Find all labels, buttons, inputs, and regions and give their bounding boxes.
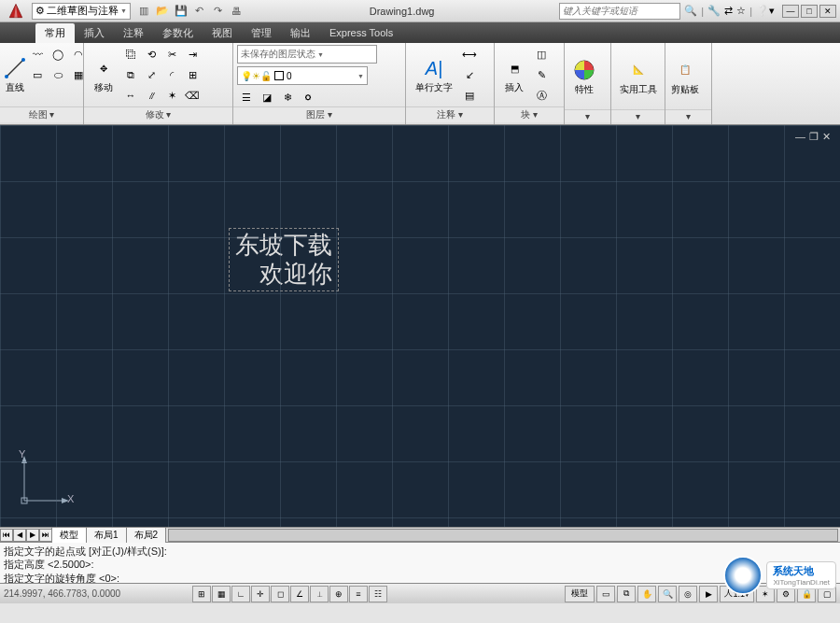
polyline-icon[interactable]: 〰 xyxy=(28,45,47,64)
minimize-button[interactable]: — xyxy=(782,5,799,18)
undo-icon[interactable]: ↶ xyxy=(192,4,207,19)
line-button[interactable]: 直线 xyxy=(4,45,26,106)
array-icon[interactable]: ⊞ xyxy=(183,65,202,84)
tab-parametric[interactable]: 参数化 xyxy=(153,23,203,43)
dyn-toggle[interactable]: ⊕ xyxy=(329,586,348,602)
tab-output[interactable]: 输出 xyxy=(281,23,320,43)
steering-wheel-icon[interactable]: ◎ xyxy=(679,586,697,602)
erase-icon[interactable]: ⌫ xyxy=(183,86,202,105)
create-block-icon[interactable]: ◫ xyxy=(532,45,551,64)
panel-prop-title[interactable]: ▾ xyxy=(565,109,610,122)
dimension-icon[interactable]: ⟷ xyxy=(460,45,479,64)
tab-annotate[interactable]: 注释 xyxy=(114,23,153,43)
move-button[interactable]: ✥ 移动 xyxy=(88,45,119,106)
panel-util-title[interactable]: ▾ xyxy=(611,109,665,122)
layout2-tab[interactable]: 布局2 xyxy=(126,527,167,543)
layer-off-icon[interactable]: ⭘ xyxy=(299,88,317,106)
panel-clip-title[interactable]: ▾ xyxy=(665,109,711,122)
tab-home[interactable]: 常用 xyxy=(35,23,75,43)
ellipse-icon[interactable]: ⬭ xyxy=(49,65,67,84)
workspace-switch-icon[interactable]: ⚙ xyxy=(777,586,795,602)
tab-insert[interactable]: 插入 xyxy=(75,23,114,43)
doc-close-button[interactable]: ✕ xyxy=(822,131,831,143)
scale-icon[interactable]: ⤢ xyxy=(142,65,161,84)
polar-toggle[interactable]: ✛ xyxy=(251,586,270,602)
drawing-canvas[interactable]: — ❐ ✕ 东坡下载 欢迎你 Y X xyxy=(0,125,840,527)
utilities-button[interactable]: 📐 实用工具 xyxy=(615,45,661,109)
print-icon[interactable]: 🖶 xyxy=(230,4,245,19)
layer-freeze-icon[interactable]: ❄ xyxy=(278,88,297,106)
horizontal-scrollbar[interactable] xyxy=(168,529,838,542)
grid-toggle[interactable]: ▦ xyxy=(212,586,231,602)
star-icon[interactable]: ☆ xyxy=(736,5,746,17)
osnap-toggle[interactable]: ◻ xyxy=(271,586,289,602)
mirror-icon[interactable]: ⧉ xyxy=(121,65,140,84)
zoom-icon[interactable]: 🔍 xyxy=(658,586,677,602)
coordinates-readout[interactable]: 214.9997, 466.7783, 0.0000 xyxy=(4,588,190,599)
panel-layer-title[interactable]: 图层 ▾ xyxy=(233,106,405,122)
search-input[interactable] xyxy=(559,3,680,20)
lwt-toggle[interactable]: ≡ xyxy=(349,586,368,602)
offset-icon[interactable]: ⫽ xyxy=(142,86,161,105)
rotate-icon[interactable]: ⟲ xyxy=(142,45,161,64)
layer-state-dropdown[interactable]: 未保存的图层状态▼ xyxy=(237,45,377,64)
tab-first-button[interactable]: ⏮ xyxy=(0,529,13,542)
attrib-icon[interactable]: Ⓐ xyxy=(532,86,551,105)
showmotion-icon[interactable]: ▶ xyxy=(699,586,718,602)
binoculars-icon[interactable]: 🔍 xyxy=(684,5,697,17)
panel-block-title[interactable]: 块 ▾ xyxy=(495,106,564,122)
insert-button[interactable]: ⬒ 插入 xyxy=(498,45,530,106)
maximize-button[interactable]: □ xyxy=(801,5,818,18)
properties-button[interactable]: 特性 xyxy=(568,45,600,109)
pan-icon[interactable]: ✋ xyxy=(637,586,656,602)
help-icon[interactable]: ❔▾ xyxy=(756,5,775,17)
tab-next-button[interactable]: ▶ xyxy=(26,529,39,542)
doc-minimize-button[interactable]: — xyxy=(795,131,805,143)
ducs-toggle[interactable]: ⟂ xyxy=(310,586,329,602)
open-icon[interactable]: 📂 xyxy=(155,4,170,19)
layer-iso-icon[interactable]: ◪ xyxy=(258,88,276,106)
clipboard-button[interactable]: 📋 剪贴板 xyxy=(669,45,701,109)
tab-express[interactable]: Express Tools xyxy=(320,24,402,41)
tab-view[interactable]: 视图 xyxy=(203,23,242,43)
toolbar-lock-icon[interactable]: 🔒 xyxy=(797,586,816,602)
doc-restore-button[interactable]: ❐ xyxy=(809,131,819,143)
explode-icon[interactable]: ✶ xyxy=(162,86,181,105)
qp-toggle[interactable]: ☷ xyxy=(369,586,387,602)
panel-modify-title[interactable]: 修改 ▾ xyxy=(84,106,232,122)
snap-toggle[interactable]: ⊞ xyxy=(192,586,211,602)
quickview-layouts-icon[interactable]: ▭ xyxy=(596,586,615,602)
text-button[interactable]: A| 单行文字 xyxy=(410,45,458,106)
layer-props-icon[interactable]: ☰ xyxy=(237,88,256,106)
ortho-toggle[interactable]: ∟ xyxy=(231,586,250,602)
anno-scale-label[interactable]: 人 1:1▾ xyxy=(720,586,754,602)
workspace-dropdown[interactable]: ⚙ 二维草图与注释 ▼ xyxy=(32,3,131,20)
key-icon[interactable]: 🔧 xyxy=(707,5,721,17)
edit-block-icon[interactable]: ✎ xyxy=(532,65,551,84)
leader-icon[interactable]: ↙ xyxy=(460,65,479,84)
rectangle-icon[interactable]: ▭ xyxy=(28,65,47,84)
exchange-icon[interactable]: ⇄ xyxy=(724,5,733,17)
tab-last-button[interactable]: ⏭ xyxy=(39,529,52,542)
close-button[interactable]: ✕ xyxy=(819,5,836,18)
extend-icon[interactable]: ⇥ xyxy=(183,45,202,64)
clean-screen-icon[interactable]: ▢ xyxy=(818,586,836,602)
tab-prev-button[interactable]: ◀ xyxy=(13,529,26,542)
tab-manage[interactable]: 管理 xyxy=(242,23,281,43)
anno-visibility-icon[interactable]: ✶ xyxy=(756,586,775,602)
panel-draw-title[interactable]: 绘图 ▾ xyxy=(0,106,83,122)
command-input[interactable] xyxy=(119,573,836,583)
layer-dropdown[interactable]: 💡 ☀ 🔓 0 ▼ xyxy=(237,66,368,85)
copy-icon[interactable]: ⿻ xyxy=(121,45,140,64)
stretch-icon[interactable]: ↔ xyxy=(121,86,140,105)
circle-icon[interactable]: ◯ xyxy=(49,45,67,64)
table-icon[interactable]: ▤ xyxy=(460,86,479,105)
otrack-toggle[interactable]: ∠ xyxy=(290,586,309,602)
trim-icon[interactable]: ✂ xyxy=(162,45,181,64)
panel-annot-title[interactable]: 注释 ▾ xyxy=(406,106,494,122)
quickview-drawings-icon[interactable]: ⧉ xyxy=(617,586,636,602)
layout1-tab[interactable]: 布局1 xyxy=(86,527,127,543)
command-window[interactable]: 指定文字的起点或 [对正(J)/样式(S)]: 指定高度 <2.5000>: 指… xyxy=(0,542,840,583)
redo-icon[interactable]: ↷ xyxy=(211,4,226,19)
new-icon[interactable]: ▥ xyxy=(136,4,151,19)
